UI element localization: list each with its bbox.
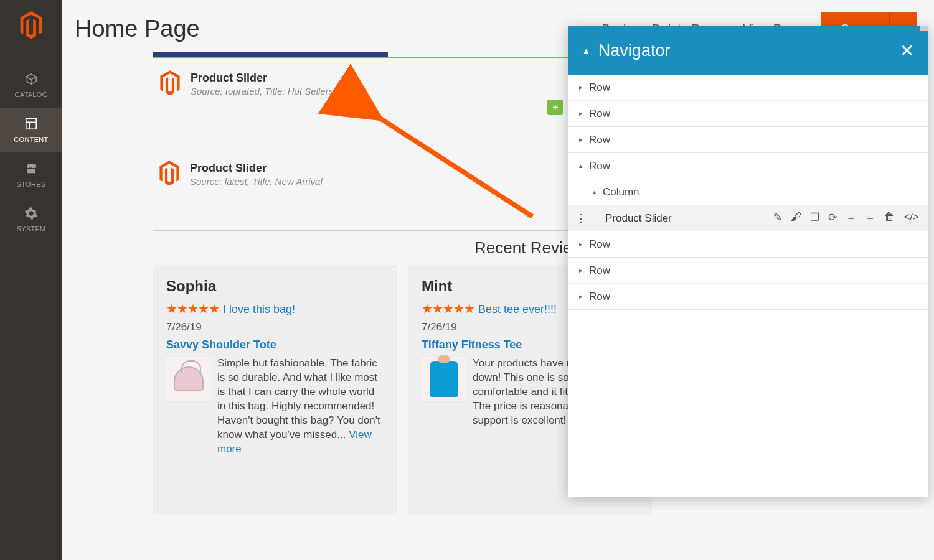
plus-icon: ＋ [550, 101, 560, 114]
review-product-link[interactable]: Savvy Shoulder Tote [166, 338, 383, 352]
refresh-icon[interactable]: ⟳ [828, 211, 837, 225]
tree-row-row[interactable]: ▸Row [568, 75, 928, 101]
sidebar-item-system[interactable]: SYSTEM [0, 197, 62, 242]
tree-row-row[interactable]: ▸Row [568, 231, 928, 258]
brush-icon[interactable]: 🖌 [791, 211, 801, 225]
product-thumbnail [166, 357, 211, 401]
add-after-icon[interactable]: ＋ [865, 211, 875, 225]
sidebar-label: CONTENT [14, 136, 48, 143]
add-before-icon[interactable]: ＋ [846, 211, 856, 225]
caret-icon[interactable]: ▸ [579, 110, 583, 118]
caret-icon[interactable]: ▸ [579, 292, 583, 301]
tree-row-label: Column [603, 186, 639, 198]
block-subtitle: Source: latest, Title: New Arrival [190, 176, 323, 187]
layout-icon [24, 117, 38, 132]
sidebar-label: SYSTEM [16, 225, 45, 233]
collapse-icon[interactable]: ▲ [582, 45, 591, 56]
close-icon[interactable]: ✕ [900, 40, 914, 61]
admin-sidebar: CATALOG CONTENT STORES SYSTEM [0, 0, 62, 560]
navigator-header[interactable]: ▲ Navigator ✕ [568, 26, 928, 75]
edit-icon[interactable]: ✎ [773, 211, 782, 225]
magento-logo-icon [19, 11, 43, 41]
trash-icon[interactable]: 🗑 [884, 211, 895, 225]
product-thumbnail [422, 357, 466, 401]
caret-icon[interactable]: ▸ [579, 136, 583, 144]
tree-row-label: Row [589, 238, 610, 251]
tree-row-label: Row [589, 134, 610, 146]
star-rating-icon: ★★★★★ [166, 302, 219, 315]
add-block-button[interactable]: ＋ [547, 100, 563, 115]
tree-row-label: Row [589, 160, 610, 172]
tree-row-row[interactable]: ▸Row [568, 101, 928, 127]
tree-row-label: Product Slider [605, 212, 672, 225]
gear-icon [24, 207, 38, 222]
tree-row-row[interactable]: ▸Row [568, 258, 928, 284]
navigator-title: Navigator [598, 41, 892, 60]
review-body: Simple but fashionable. The fabric is so… [217, 357, 380, 441]
tree-row-label: Row [589, 264, 610, 277]
tree-row-row[interactable]: ▸Row [568, 127, 928, 153]
code-icon[interactable]: </> [903, 211, 919, 225]
svg-rect-0 [26, 119, 37, 129]
page-title: Home Page [75, 16, 200, 42]
caret-icon[interactable]: ▸ [579, 266, 583, 274]
review-date: 7/26/19 [166, 321, 383, 334]
block-title: Product Slider [191, 72, 333, 85]
reviewer-name: Sophia [166, 278, 383, 295]
tree-row-label: Row [589, 291, 610, 303]
caret-icon[interactable]: ▸ [579, 83, 583, 91]
tshirt-icon [430, 361, 458, 397]
sidebar-label: STORES [17, 180, 46, 188]
caret-icon[interactable]: ▴ [579, 162, 583, 170]
duplicate-icon[interactable]: ❐ [810, 211, 819, 225]
magento-icon [159, 70, 181, 98]
tree-row-row[interactable]: ▸Row [568, 284, 928, 310]
block-title: Product Slider [190, 162, 323, 175]
navigator-panel: ▲ Navigator ✕ ▸Row▸Row▸Row▴Row▴Column⋮Pr… [568, 26, 928, 497]
tree-row-row[interactable]: ▴Row [568, 153, 928, 179]
tree-row-label: Row [589, 108, 610, 120]
block-subtitle: Source: toprated, Title: Hot Sellers [191, 86, 333, 96]
tree-row-product-slider[interactable]: ⋮Product Slider✎🖌❐⟳＋＋🗑</> [568, 205, 928, 231]
caret-icon[interactable]: ▸ [579, 240, 583, 248]
star-rating-icon: ★★★★★ [422, 302, 474, 315]
tree-row-actions: ✎🖌❐⟳＋＋🗑</> [773, 211, 928, 225]
sidebar-item-catalog[interactable]: CATALOG [0, 63, 62, 108]
bag-icon [174, 366, 204, 391]
sidebar-item-content[interactable]: CONTENT [0, 108, 62, 152]
review-title[interactable]: Best tee ever!!!! [478, 303, 557, 315]
caret-icon[interactable]: ▴ [593, 188, 597, 196]
navigator-tree: ▸Row▸Row▸Row▴Row▴Column⋮Product Slider✎🖌… [568, 75, 928, 497]
review-title[interactable]: I love this bag! [223, 303, 295, 315]
tree-row-column[interactable]: ▴Column [568, 179, 928, 205]
sidebar-item-stores[interactable]: STORES [0, 152, 62, 197]
sidebar-label: CATALOG [14, 91, 47, 98]
sidebar-divider [11, 55, 51, 55]
drag-handle-icon[interactable]: ⋮ [575, 212, 587, 225]
review-card: Sophia ★★★★★I love this bag! 7/26/19 Sav… [153, 265, 397, 514]
box-icon [24, 72, 38, 87]
store-icon [24, 162, 38, 177]
drop-indicator [153, 52, 388, 57]
tree-row-label: Row [589, 82, 610, 94]
magento-icon [159, 161, 180, 188]
